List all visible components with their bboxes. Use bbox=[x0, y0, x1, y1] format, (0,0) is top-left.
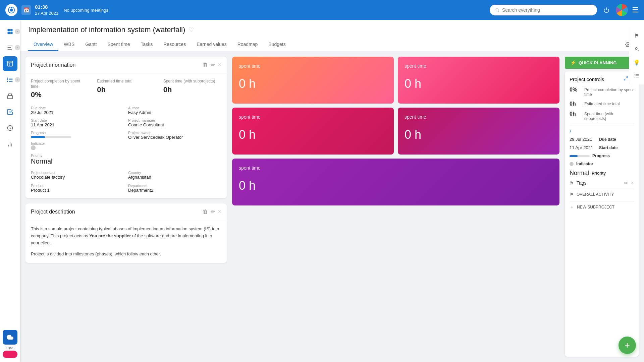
edit-icon[interactable]: ✏ bbox=[211, 62, 215, 68]
app-logo[interactable] bbox=[5, 4, 17, 16]
flag-right-icon[interactable]: ⚑ bbox=[631, 29, 643, 42]
tab-resources[interactable]: Resources bbox=[158, 38, 191, 51]
progress-label: Progress bbox=[31, 131, 124, 135]
sidebar-item-chart[interactable] bbox=[3, 137, 17, 152]
desc-close-icon[interactable]: × bbox=[218, 208, 221, 215]
import-label: Import bbox=[6, 346, 14, 349]
spent-value-4: 0 h bbox=[405, 128, 553, 142]
svg-point-19 bbox=[7, 78, 8, 78]
ctrl-chevron-row: › bbox=[570, 128, 571, 134]
completion-label: Project completion by spent time bbox=[31, 79, 89, 89]
department-label: Department bbox=[128, 184, 221, 188]
due-date-label: Due date bbox=[31, 106, 124, 110]
ctrl-due-row: 29 Jul 2021 Due date bbox=[570, 137, 634, 142]
completion-value: 0% bbox=[31, 90, 89, 99]
indicator-dot bbox=[31, 145, 36, 150]
country-label: Country bbox=[128, 171, 221, 175]
import-button[interactable] bbox=[3, 351, 17, 358]
tab-wbs[interactable]: WBS bbox=[58, 38, 80, 51]
search-input[interactable] bbox=[502, 7, 592, 13]
ctrl-indicator-row: Indicator bbox=[570, 162, 634, 166]
tags-title: Tags bbox=[577, 180, 622, 186]
sidebar-item-projects[interactable] bbox=[3, 56, 17, 71]
svg-point-21 bbox=[7, 81, 8, 82]
svg-rect-8 bbox=[8, 32, 10, 34]
progress-fill bbox=[31, 136, 45, 138]
ctrl-priority-value: Normal bbox=[570, 170, 589, 177]
tags-close-icon[interactable]: × bbox=[631, 180, 634, 186]
calendar-icon[interactable]: 📅 bbox=[21, 5, 31, 15]
ctrl-spent-value: 0h bbox=[570, 111, 582, 117]
search-box[interactable] bbox=[490, 5, 597, 15]
spent-value-5: 0 h bbox=[239, 179, 553, 193]
sidebar-item-list[interactable]: › bbox=[3, 72, 17, 87]
controls-expand-icon[interactable] bbox=[624, 76, 628, 82]
ctrl-completion-value: 0% bbox=[570, 87, 582, 93]
sidebar-item-cloud[interactable] bbox=[3, 330, 17, 345]
ctrl-chevron-icon[interactable]: › bbox=[570, 128, 571, 134]
sidebar-item-tasks[interactable] bbox=[3, 105, 17, 119]
desc-delete-icon[interactable]: 🗑 bbox=[203, 209, 208, 215]
contact-label: Project contact bbox=[31, 171, 124, 175]
sidebar-item-lock[interactable] bbox=[3, 88, 17, 103]
progress-bar bbox=[31, 136, 71, 138]
page-tabs: Overview WBS Gantt Spent time Tasks Reso… bbox=[28, 38, 636, 51]
tab-earned-values[interactable]: Earned values bbox=[191, 38, 232, 51]
ctrl-completion-row: 0% Project completion by spent time bbox=[570, 87, 634, 97]
owner-value: Oliver Servicedesk Operator bbox=[128, 135, 221, 140]
tab-budgets[interactable]: Budgets bbox=[263, 38, 291, 51]
activity-item-new-subproject[interactable]: ＋ NEW SUBPROJECT bbox=[570, 201, 634, 213]
spent-card-4: spent time 0 h bbox=[398, 108, 559, 155]
sidebar-item-timer[interactable] bbox=[3, 121, 17, 135]
expand-icon-2: › bbox=[15, 45, 20, 50]
tab-overview[interactable]: Overview bbox=[28, 38, 58, 51]
svg-point-29 bbox=[627, 44, 629, 45]
tab-roadmap[interactable]: Roadmap bbox=[232, 38, 263, 51]
topbar-icons: ☰ bbox=[601, 4, 639, 16]
overall-label: OVERALL ACTIVITY bbox=[577, 192, 614, 197]
author-label: Author bbox=[128, 106, 221, 110]
spent-label-1: spent time bbox=[239, 63, 387, 69]
ctrl-spent-row: 0h Spent time (with subprojects) bbox=[570, 111, 634, 121]
lightbulb-icon[interactable]: 💡 bbox=[631, 56, 643, 68]
tags-edit-icon[interactable]: ✏ bbox=[624, 180, 628, 186]
menu-icon[interactable]: ☰ bbox=[632, 6, 639, 14]
favorite-icon[interactable]: ♡ bbox=[189, 26, 194, 34]
ctrl-start-row: 11 Apr 2021 Start date bbox=[570, 145, 634, 150]
project-description-card: Project description 🗑 ✏ × This is a samp… bbox=[25, 203, 227, 263]
spent-grid: spent time 0 h spent time 0 h spent time… bbox=[232, 57, 559, 155]
spent-value: 0h bbox=[163, 85, 221, 94]
spent-label-4: spent time bbox=[405, 114, 553, 120]
activity-item-overall[interactable]: ⚑ OVERALL ACTIVITY bbox=[570, 189, 634, 200]
close-icon[interactable]: × bbox=[218, 61, 221, 68]
new-subproject-label: NEW SUBPROJECT bbox=[577, 205, 614, 209]
project-info-title: Project information bbox=[31, 62, 203, 68]
ctrl-estimated-value: 0h bbox=[570, 101, 582, 107]
pm-value: Connie Consultant bbox=[128, 122, 221, 127]
sidebar-item-timeline[interactable]: › bbox=[3, 40, 17, 55]
svg-line-4 bbox=[498, 11, 499, 12]
svg-rect-9 bbox=[10, 32, 13, 34]
tab-tasks[interactable]: Tasks bbox=[135, 38, 158, 51]
quick-planning-button[interactable]: ⚡ QUICK PLANNING bbox=[565, 57, 639, 69]
svg-rect-22 bbox=[8, 96, 13, 99]
tab-gantt[interactable]: Gantt bbox=[80, 38, 102, 51]
contact-value: Chocolate factory bbox=[31, 175, 124, 180]
start-date-label: Start date bbox=[31, 118, 124, 122]
ctrl-progress-fill bbox=[570, 155, 578, 157]
tags-section: ⚑ Tags ✏ × ⚑ OVERALL ACTIVITY ＋ NEW SUBP… bbox=[570, 180, 634, 213]
delete-icon[interactable]: 🗑 bbox=[203, 62, 208, 68]
list-check-icon[interactable] bbox=[631, 70, 643, 82]
priority-value: Normal bbox=[31, 158, 124, 165]
sidebar-item-dashboard[interactable]: › bbox=[3, 24, 17, 39]
person-search-icon[interactable] bbox=[631, 43, 643, 55]
svg-line-30 bbox=[626, 77, 628, 78]
ctrl-start-date: 11 Apr 2021 bbox=[570, 145, 596, 150]
owner-label: Project owner bbox=[128, 131, 221, 135]
power-icon[interactable] bbox=[601, 5, 612, 15]
tab-spent-time[interactable]: Spent time bbox=[102, 38, 136, 51]
desc-edit-icon[interactable]: ✏ bbox=[211, 208, 215, 215]
user-avatar[interactable] bbox=[616, 4, 628, 16]
right-panel: ⚡ QUICK PLANNING Project controls × 0% bbox=[565, 57, 639, 357]
fab-add-button[interactable]: + bbox=[619, 337, 636, 354]
